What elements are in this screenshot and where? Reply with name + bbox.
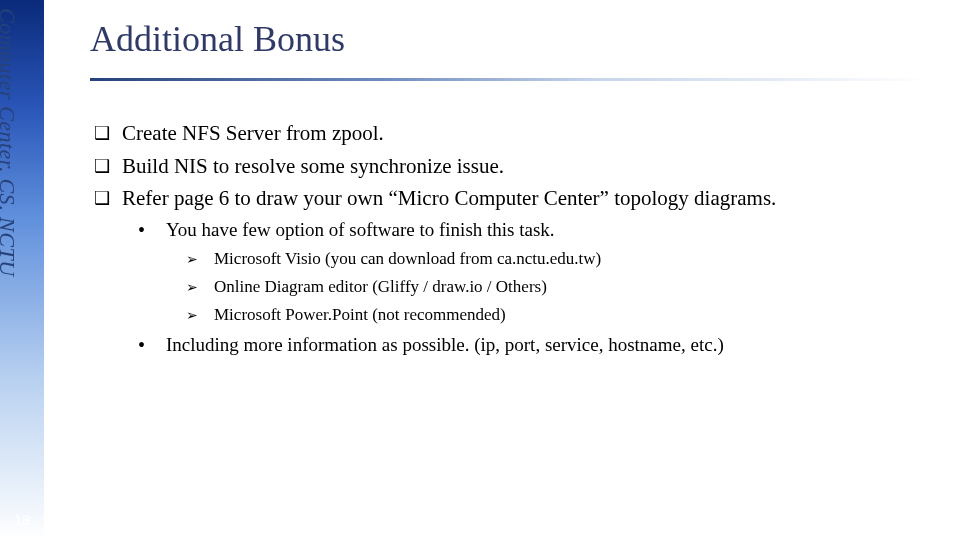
title-underline	[90, 78, 930, 81]
bullet-text: Microsoft Visio (you can download from c…	[214, 246, 930, 272]
list-item: ➢ Online Diagram editor (Gliffy / draw.i…	[186, 274, 930, 302]
bullet-text: Microsoft Power.Point (not recommended)	[214, 302, 930, 328]
dot-bullet-icon: •	[138, 330, 160, 361]
bullet-text: You have few option of software to finis…	[166, 215, 930, 244]
arrow-bullet-icon: ➢	[186, 274, 208, 302]
list-item: ➢ Microsoft Power.Point (not recommended…	[186, 302, 930, 330]
dot-bullet-icon: •	[138, 215, 160, 246]
square-bullet-icon: ❑	[94, 182, 116, 214]
list-item: ❑ Create NFS Server from zpool.	[94, 117, 930, 150]
page-title: Additional Bonus	[90, 18, 930, 60]
list-item: • You have few option of software to fin…	[138, 215, 930, 246]
sidebar-gradient: Computer Center, CS, NCTU 18	[0, 0, 44, 540]
bullet-text: Create NFS Server from zpool.	[122, 117, 930, 150]
content-area: Additional Bonus ❑ Create NFS Server fro…	[90, 18, 930, 361]
page-number: 18	[0, 512, 44, 528]
org-text: Computer Center, CS, NCTU	[0, 8, 20, 277]
bullet-text: Refer page 6 to draw your own “Micro Com…	[122, 182, 930, 215]
slide: Computer Center, CS, NCTU 18 Additional …	[0, 0, 960, 540]
square-bullet-icon: ❑	[94, 150, 116, 182]
arrow-bullet-icon: ➢	[186, 246, 208, 274]
list-item: ❑ Build NIS to resolve some synchronize …	[94, 150, 930, 183]
list-item: • Including more information as possible…	[138, 330, 930, 361]
bullet-list: ❑ Create NFS Server from zpool. ❑ Build …	[90, 117, 930, 361]
bullet-text: Online Diagram editor (Gliffy / draw.io …	[214, 274, 930, 300]
list-item: ❑ Refer page 6 to draw your own “Micro C…	[94, 182, 930, 215]
arrow-bullet-icon: ➢	[186, 302, 208, 330]
bullet-text: Build NIS to resolve some synchronize is…	[122, 150, 930, 183]
list-item: ➢ Microsoft Visio (you can download from…	[186, 246, 930, 274]
bullet-text: Including more information as possible. …	[166, 330, 930, 359]
square-bullet-icon: ❑	[94, 117, 116, 149]
